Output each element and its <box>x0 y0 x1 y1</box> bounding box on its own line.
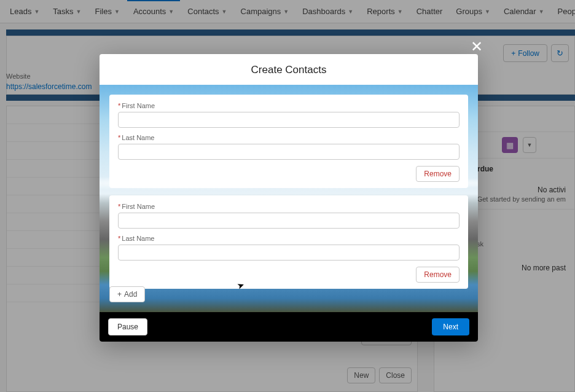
nav-contacts[interactable]: Contacts▼ <box>181 0 233 23</box>
nav-chatter[interactable]: Chatter <box>410 0 449 23</box>
chevron-down-icon: ▼ <box>348 9 353 15</box>
nav-leads[interactable]: Leads▼ <box>4 0 45 23</box>
nav-label: People <box>558 7 575 16</box>
nav-people[interactable]: People▼ <box>552 0 575 23</box>
chevron-down-icon: ▼ <box>168 9 174 15</box>
chevron-down-icon: ▼ <box>222 9 227 15</box>
chevron-down-icon: ▼ <box>283 9 289 15</box>
nav-dashboards[interactable]: Dashboards▼ <box>296 0 359 23</box>
chevron-down-icon: ▼ <box>527 142 533 148</box>
nav-label: Chatter <box>417 7 443 16</box>
first-name-input[interactable] <box>118 112 460 128</box>
modal-body: *First Name *Last Name Remove *First Nam… <box>100 85 478 312</box>
nav-label: Files <box>95 7 112 16</box>
top-nav-bar: Leads▼ Tasks▼ Files▼ Accounts▼ Contacts▼… <box>0 0 575 23</box>
last-name-input[interactable] <box>118 144 460 160</box>
first-name-label: *First Name <box>118 203 460 210</box>
nav-label: Contacts <box>187 7 219 16</box>
website-link[interactable]: https://salesforcetime.com <box>6 82 92 91</box>
contact-record-card: *First Name *Last Name Remove <box>109 195 468 289</box>
nav-calendar[interactable]: Calendar▼ <box>498 0 550 23</box>
plus-icon: + <box>511 49 515 58</box>
calendar-dropdown[interactable]: ▼ <box>523 137 536 153</box>
remove-record-button[interactable]: Remove <box>416 166 460 182</box>
nav-label: Accounts <box>133 7 166 16</box>
nav-label: Dashboards <box>302 7 345 16</box>
refresh-icon: ↻ <box>557 49 563 58</box>
record-actions: New Close <box>347 367 412 383</box>
last-name-label: *Last Name <box>118 235 460 242</box>
calendar-icon[interactable]: ▦ <box>502 137 518 153</box>
contact-record-card: *First Name *Last Name Remove <box>109 95 468 188</box>
first-name-label: *First Name <box>118 102 460 109</box>
nav-label: Tasks <box>53 7 73 16</box>
chevron-down-icon: ▼ <box>397 9 403 15</box>
add-button-label: Add <box>124 290 137 299</box>
nav-files[interactable]: Files▼ <box>89 0 126 23</box>
nav-label: Campaigns <box>241 7 281 16</box>
refresh-button[interactable]: ↻ <box>551 44 569 62</box>
nav-accounts[interactable]: Accounts▼ <box>127 0 180 23</box>
add-record-button[interactable]: + Add <box>109 286 145 302</box>
plus-icon: + <box>117 290 122 299</box>
nav-reports[interactable]: Reports▼ <box>361 0 409 23</box>
close-icon: ✕ <box>471 38 483 55</box>
nav-label: Groups <box>456 7 482 16</box>
header-actions: + Follow ↻ <box>503 44 569 62</box>
chevron-down-icon: ▼ <box>114 9 120 15</box>
nav-label: Calendar <box>504 7 536 16</box>
pause-button[interactable]: Pause <box>108 318 147 335</box>
nav-label: Reports <box>367 7 395 16</box>
chevron-down-icon: ▼ <box>76 9 82 15</box>
nav-tasks[interactable]: Tasks▼ <box>47 0 87 23</box>
chevron-down-icon: ▼ <box>539 9 544 15</box>
close-button[interactable]: Close <box>379 367 412 383</box>
nav-label: Leads <box>10 7 31 16</box>
follow-button-label: Follow <box>518 49 539 58</box>
chevron-down-icon: ▼ <box>34 9 39 15</box>
new-button[interactable]: New <box>347 367 375 383</box>
first-name-input[interactable] <box>118 213 460 229</box>
website-label: Website <box>6 73 31 80</box>
modal-close-button[interactable]: ✕ <box>469 39 484 54</box>
chevron-down-icon: ▼ <box>485 9 490 15</box>
create-contacts-modal: Create Contacts *First Name *Last Name R… <box>100 54 478 342</box>
modal-footer: Pause Next <box>100 312 478 342</box>
nav-campaigns[interactable]: Campaigns▼ <box>235 0 295 23</box>
nav-groups[interactable]: Groups▼ <box>450 0 496 23</box>
remove-record-button[interactable]: Remove <box>416 267 460 283</box>
modal-title: Create Contacts <box>100 54 478 85</box>
next-button[interactable]: Next <box>432 318 469 335</box>
follow-button[interactable]: + Follow <box>503 44 547 62</box>
last-name-label: *Last Name <box>118 134 460 141</box>
last-name-input[interactable] <box>118 245 460 261</box>
